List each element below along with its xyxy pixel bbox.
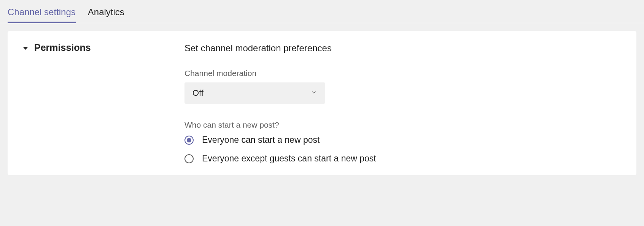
permissions-body: Set channel moderation preferences Chann… bbox=[184, 42, 621, 164]
permissions-section: Permissions Set channel moderation prefe… bbox=[23, 42, 621, 164]
radio-option-except-guests[interactable]: Everyone except guests can start a new p… bbox=[184, 153, 621, 164]
caret-down-icon bbox=[23, 47, 28, 50]
radio-label-except-guests: Everyone except guests can start a new p… bbox=[202, 153, 376, 164]
radio-button bbox=[184, 136, 194, 145]
moderation-label: Channel moderation bbox=[184, 69, 621, 78]
permissions-description: Set channel moderation preferences bbox=[184, 43, 621, 54]
who-can-post-radio-group: Everyone can start a new post Everyone e… bbox=[184, 135, 621, 164]
moderation-dropdown[interactable]: Off bbox=[184, 82, 325, 104]
permissions-header[interactable]: Permissions bbox=[23, 42, 184, 53]
content-panel: Permissions Set channel moderation prefe… bbox=[8, 31, 636, 175]
who-can-post-label: Who can start a new post? bbox=[184, 120, 621, 130]
tab-analytics[interactable]: Analytics bbox=[88, 7, 124, 23]
moderation-value: Off bbox=[192, 88, 204, 98]
radio-option-everyone[interactable]: Everyone can start a new post bbox=[184, 135, 621, 145]
tab-channel-settings[interactable]: Channel settings bbox=[8, 7, 76, 23]
tab-bar: Channel settings Analytics bbox=[0, 0, 644, 23]
radio-button bbox=[184, 154, 194, 163]
chevron-down-icon bbox=[310, 89, 317, 97]
radio-label-everyone: Everyone can start a new post bbox=[202, 135, 320, 145]
permissions-title: Permissions bbox=[34, 42, 91, 53]
